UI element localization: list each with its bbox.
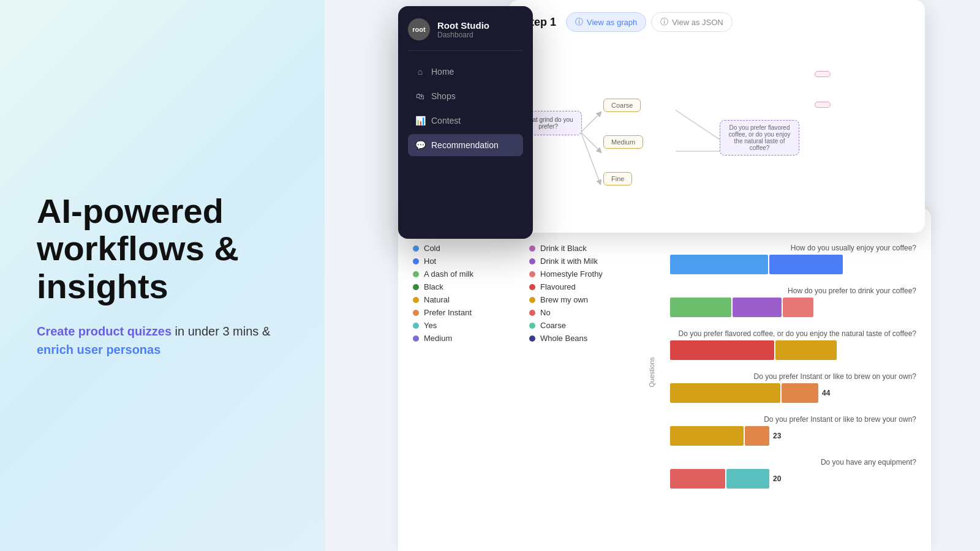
legend-prefer-instant: Prefer Instant [413,308,529,317]
chart-row-5: Do you prefer Instant or like to brew yo… [670,415,916,446]
legend-coarse: Coarse [529,321,646,330]
legend-dot-black [413,284,419,290]
shops-icon: 🛍 [415,91,425,101]
sidebar-brand: Root Studio Dashboard [437,20,489,39]
legend-hot: Hot [413,257,529,266]
legend-yes: Yes [413,321,529,330]
bar-instant [782,383,818,403]
sidebar-item-home[interactable]: ⌂ Home [408,61,523,83]
sidebar-item-recommendation[interactable]: 💬 Recommendation [408,134,523,156]
legend-dot-coarse [529,323,535,329]
bar-dash-milk [670,298,731,317]
chart-q1-bars [670,255,916,274]
app-sidebar: root Root Studio Dashboard ⌂ Home 🛍 Shop… [398,6,533,239]
bar-drink-milk [733,298,782,317]
recommendation-icon: 💬 [415,140,425,150]
right-panel: root Root Studio Dashboard ⌂ Home 🛍 Shop… [325,0,980,551]
sidebar-item-shops[interactable]: 🛍 Shops [408,85,523,107]
sidebar-header: root Root Studio Dashboard [408,18,523,51]
bar-no [670,469,725,489]
legend-dot-dash-milk [413,271,419,277]
bar-yes [726,469,769,489]
chart-row-6: Do you have any equipment? 20 [670,458,916,489]
bar-hot [769,255,843,274]
app-logo: root [408,18,430,40]
chart-q4-bars: 44 [670,383,916,403]
legend-dot-drink-black [529,246,535,252]
tab-view-graph[interactable]: ⓘ View as graph [566,12,646,32]
legend-natural: Natural [413,295,529,304]
chart-q3-label: Do you prefer flavored coffee, or do you… [670,329,916,338]
svg-line-0 [581,113,600,132]
legend-homestyle: Homestyle Frothy [529,269,646,279]
tab-view-json[interactable]: ⓘ View as JSON [651,12,733,32]
legend-cold: Cold [413,244,529,253]
legend-dot-whole-beans [529,335,535,342]
legend-drink-milk: Drink it with Milk [529,257,646,266]
graph-canvas: What grind do you prefer? Coarse Medium … [508,40,925,224]
flow-node-coarse: Coarse [603,99,641,112]
sidebar-item-label: Shops [431,91,456,101]
description-middle: in under 3 mins & [172,324,270,338]
legend-dot-medium [413,335,419,342]
left-panel: AI-powered workflows & insights Create p… [0,0,325,551]
svg-line-2 [581,132,600,182]
sidebar-title: Root Studio [437,20,489,31]
legend-flavoured: Flavoured [529,282,646,291]
bar-brew [670,383,780,403]
chart-row-4: Do you prefer Instant or like to brew on… [670,372,916,403]
chart-bars-container: How do you usually enjoy your coffee? Ho… [658,244,916,501]
chart-q2-bars [670,298,916,317]
questions-label: Questions [648,357,655,388]
legend-dot-natural [413,297,419,303]
chart-q2-label: How do you prefer to drink your coffee? [670,287,916,295]
flow-node-fine: Fine [603,172,632,186]
svg-line-1 [581,132,600,151]
chart-row-3: Do you prefer flavored coffee, or do you… [670,329,916,360]
highlight-quizzes: Create product quizzes [37,324,172,338]
legend-dot-yes [413,323,419,329]
flow-node-medium: Medium [603,135,643,149]
chart-q4-value: 44 [822,389,830,397]
legend-brew-own: Brew my own [529,295,646,304]
legend-whole-beans: Whole Beans [529,334,646,343]
sidebar-item-contest[interactable]: 📊 Contest [408,110,523,132]
bar-brew2 [670,426,744,446]
chart-q6-bars: 20 [670,469,916,489]
chart-q3-bars [670,340,916,360]
graph-area: Step 1 ⓘ View as graph ⓘ View as JSON [508,0,925,233]
bar-homestyle [783,298,813,317]
sidebar-item-label: Contest [431,116,461,126]
questions-axis: Questions [646,244,658,501]
flow-node-extra2 [815,102,831,108]
flow-node-flavored-question: Do you prefer flavored coffee, or do you… [720,120,799,156]
svg-line-3 [676,110,723,142]
chart-q5-bars: 23 [670,426,916,446]
legend-black: Black [413,282,529,291]
legend-dot-drink-milk [529,258,535,264]
legend-dot-brew-own [529,297,535,303]
bar-natural [775,340,837,360]
chart-row-1: How do you usually enjoy your coffee? [670,244,916,274]
chart-row-2: How do you prefer to drink your coffee? [670,287,916,317]
legend-medium: Medium [413,334,529,343]
legend-dot-cold [413,246,419,252]
contest-icon: 📊 [415,116,425,126]
bar-instant2 [745,426,769,446]
legend-dot-prefer-instant [413,310,419,316]
chart-q4-label: Do you prefer Instant or like to brew on… [670,372,916,381]
legend-dash-milk: A dash of milk [413,269,529,279]
legend-grid: Cold Drink it Black Hot [413,244,646,343]
chart-q6-value: 20 [773,474,781,483]
highlight-personas: enrich user personas [37,343,160,356]
legend-dot-homestyle [529,271,535,277]
legend-dot-no [529,310,535,316]
chart-q6-label: Do you have any equipment? [670,458,916,467]
chart-q5-label: Do you prefer Instant or like to brew yo… [670,415,916,424]
legend-dot-hot [413,258,419,264]
flow-node-extra [815,71,831,77]
data-panel: Question answer visualizer Cold Drink it… [398,208,931,551]
legend-dot-flavoured [529,284,535,290]
sidebar-item-label: Home [431,67,454,77]
legend-no: No [529,308,646,317]
